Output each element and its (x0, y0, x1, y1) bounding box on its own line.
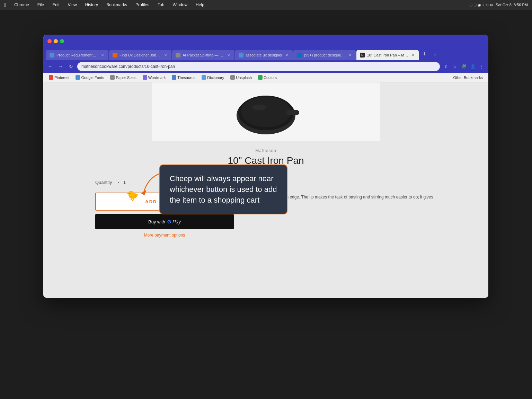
product-image (231, 89, 301, 134)
tab-list-button[interactable]: ⌄ (430, 49, 440, 59)
tab-close-button[interactable]: ✕ (284, 53, 289, 57)
menubar-bookmarks[interactable]: Bookmarks (105, 2, 128, 8)
forward-button[interactable]: → (56, 62, 65, 71)
wordmark-favicon (143, 75, 147, 80)
page-content: Matheson 10" Cast Iron Pan Quantity - 1 … (43, 82, 488, 298)
maximize-window-button[interactable] (60, 39, 64, 43)
paper-sizes-favicon (110, 75, 115, 80)
menubar-view[interactable]: View (66, 2, 78, 8)
omnibar-bar: ← → ↻ ⇪ ☆ 🧩 👤 ⋮ (43, 60, 488, 73)
menubar-history[interactable]: History (84, 2, 99, 8)
product-image-area (152, 82, 380, 141)
menu-icon[interactable]: ⋮ (478, 63, 486, 70)
more-payment-options-link[interactable]: More payment options (95, 233, 234, 238)
tab-favicon (239, 53, 243, 57)
menubar-edit[interactable]: Edit (51, 2, 61, 8)
tab-title: Product Requirements: Ch (56, 53, 98, 57)
share-icon[interactable]: ⇪ (442, 63, 450, 70)
mac-menubar:  Chrome File Edit View History Bookmark… (0, 0, 532, 10)
quantity-value: 1 (123, 180, 126, 185)
menubar-left:  Chrome File Edit View History Bookmark… (4, 2, 206, 8)
apple-logo-icon:  (4, 2, 6, 8)
other-bookmarks[interactable]: Other Bookmarks (451, 75, 485, 80)
traffic-lights (47, 39, 64, 43)
tabs-bar: Product Requirements: Ch ✕ Find Ux Desig… (43, 48, 488, 60)
menubar-help[interactable]: Help (194, 2, 206, 8)
cheep-tooltip: Cheep will always appear near whichever … (159, 165, 287, 214)
bookmark-wordmark[interactable]: Wordmark (141, 74, 168, 80)
tab-favicon (176, 53, 180, 57)
coolors-favicon (258, 75, 263, 80)
bookmark-label: Coolors (264, 76, 277, 80)
bookmark-thesaurus[interactable]: Thesaurus (170, 74, 197, 80)
tab-cast-iron-pan[interactable]: M 10" Cast Iron Pan – MATH ✕ (356, 50, 419, 60)
bookmark-dictionary[interactable]: Dictionary (200, 74, 226, 80)
product-actions: Quantity - 1 ADD TO CART Buy with G Pay … (95, 177, 443, 238)
tab-product-requirements[interactable]: Product Requirements: Ch ✕ (46, 50, 108, 60)
tab-ai-packet[interactable]: AI Packet Splitting — NK F ✕ (172, 50, 234, 60)
google-pay-button[interactable]: Buy with G Pay (95, 214, 234, 229)
tab-close-button[interactable]: ✕ (347, 53, 352, 57)
cheep-tooltip-text: Cheep will always appear near whichever … (170, 174, 277, 205)
new-tab-button[interactable]: + (419, 49, 429, 59)
extension-icon[interactable]: 🧩 (460, 63, 468, 70)
tab-title: associate ux designer (246, 53, 282, 57)
tab-close-button[interactable]: ✕ (100, 53, 105, 57)
tab-title: AI Packet Splitting — NK F (183, 53, 224, 57)
svg-rect-3 (286, 110, 299, 115)
bookmark-paper-sizes[interactable]: Paper Sizes (108, 74, 138, 80)
product-brand: Matheson (43, 148, 488, 153)
address-bar[interactable] (77, 62, 440, 71)
menubar-file[interactable]: File (36, 2, 45, 8)
minimize-window-button[interactable] (54, 39, 58, 43)
tab-favicon (113, 53, 117, 57)
google-pay-logo: G Pay (167, 219, 181, 224)
tab-close-button[interactable]: ✕ (226, 53, 231, 57)
bookmark-label: Dictionary (207, 76, 224, 80)
bookmark-google-fonts[interactable]: Google Fonts (73, 74, 106, 80)
reload-button[interactable]: ↻ (67, 62, 75, 71)
bookmark-pinterest[interactable]: Pinterest (47, 74, 71, 80)
tab-title: 10" Cast Iron Pan – MATH (367, 53, 408, 57)
quantity-label: Quantity (95, 180, 112, 185)
product-actions-wrapper: Quantity - 1 ADD TO CART Buy with G Pay … (43, 177, 488, 238)
dictionary-favicon (202, 75, 206, 80)
system-icons: ⊞ ⊡ ◉ ⌁ ⊙ ⊛ (469, 3, 493, 7)
profile-icon[interactable]: 👤 (469, 63, 477, 70)
bookmark-coolors[interactable]: Coolors (256, 74, 279, 80)
bookmark-star-icon[interactable]: ☆ (451, 63, 459, 70)
cheep-mascot[interactable]: 🐤 (126, 190, 140, 204)
menubar-chrome[interactable]: Chrome (13, 2, 30, 8)
menubar-tab[interactable]: Tab (156, 2, 166, 8)
bookmarks-bar: Pinterest Google Fonts Paper Sizes Wordm… (43, 73, 488, 82)
tab-find-ux[interactable]: Find Ux Designer Jobs wit ✕ (109, 50, 171, 60)
svg-point-2 (241, 97, 291, 127)
pinterest-favicon (49, 75, 53, 80)
tab-close-button[interactable]: ✕ (163, 53, 168, 57)
tab-product-designer[interactable]: (99+) product designer Jo ✕ (293, 50, 356, 60)
svg-point-4 (252, 105, 266, 110)
google-fonts-favicon (76, 75, 80, 80)
menubar-profiles[interactable]: Profiles (134, 2, 151, 8)
omnibar-icons: ⇪ ☆ 🧩 👤 ⋮ (442, 63, 486, 70)
bookmark-label: Google Fonts (81, 76, 104, 80)
quantity-dash: - (117, 179, 119, 185)
tab-associate-ux[interactable]: associate ux designer ✕ (235, 50, 293, 60)
bookmark-unsplash[interactable]: Unsplash (228, 74, 254, 80)
tab-favicon (297, 53, 302, 57)
close-window-button[interactable] (47, 39, 52, 43)
menubar-right: ⊞ ⊡ ◉ ⌁ ⊙ ⊛ Sat Oct 8 8:56 PM (469, 3, 528, 7)
tab-title: (99+) product designer Jo (304, 53, 345, 57)
title-bar (43, 35, 488, 48)
menubar-window[interactable]: Window (171, 2, 189, 8)
datetime: Sat Oct 8 8:56 PM (496, 3, 528, 7)
thesaurus-favicon (172, 75, 176, 80)
bookmark-label: Paper Sizes (116, 76, 136, 80)
tab-close-button[interactable]: ✕ (410, 53, 415, 57)
tab-title: Find Ux Designer Jobs wit (119, 53, 161, 57)
browser-window: Product Requirements: Ch ✕ Find Ux Desig… (43, 35, 488, 298)
back-button[interactable]: ← (46, 62, 54, 71)
buy-with-label: Buy with (148, 219, 165, 224)
unsplash-favicon (230, 75, 235, 80)
tab-favicon (50, 53, 54, 57)
